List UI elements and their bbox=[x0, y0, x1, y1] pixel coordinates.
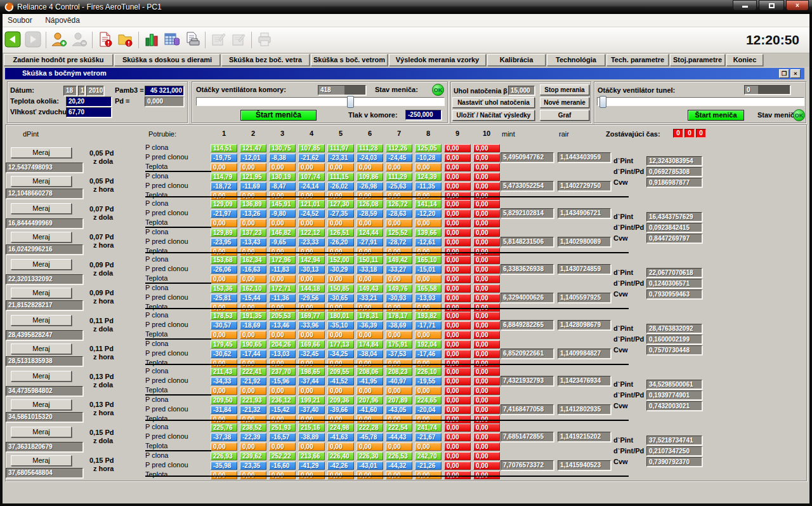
tab-zadanie-hodn-t-pre-sk-ku[interactable]: Zadanie hodnôt pre skúšku bbox=[4, 54, 113, 66]
user-add-icon[interactable] bbox=[49, 30, 69, 49]
data-cell: 149,42 bbox=[386, 256, 412, 264]
graf-button[interactable]: Graf bbox=[540, 110, 589, 121]
nastavit-uhol-button[interactable]: Nastaviť uhol natočenia bbox=[452, 97, 535, 108]
data-cell: 0,00 bbox=[357, 163, 383, 171]
data-cell: -27,35 bbox=[327, 210, 354, 218]
tab-sk-ka-bez-bo-vetra[interactable]: Skúška bez boč. vetra bbox=[221, 54, 310, 66]
column-header-7: 7 bbox=[386, 130, 412, 137]
data-cell: 0,00 bbox=[327, 219, 354, 227]
data-cell: 209,36 bbox=[327, 396, 354, 404]
tab-bar: Zadanie hodnôt pre skúškuSkúška s doskou… bbox=[3, 53, 809, 67]
tab-sk-ka-s-bo-vetrom[interactable]: Skúška s boč. vetrom bbox=[311, 54, 388, 66]
ulozit-nacitat-button[interactable]: Uložiť / Načítať výsledky bbox=[452, 110, 535, 121]
rair-value: 1,1430724859 bbox=[558, 264, 611, 274]
close-button[interactable]: × bbox=[786, 0, 809, 11]
chamber-rpm-label: Otáčky ventilátora komory: bbox=[196, 86, 286, 93]
data-cell: 153,36 bbox=[211, 284, 237, 293]
chamber-fan-slider[interactable] bbox=[196, 97, 445, 106]
meraj-button[interactable]: Meraj bbox=[11, 315, 72, 326]
close-icon[interactable]: × bbox=[790, 69, 801, 78]
meraj-button[interactable]: Meraj bbox=[11, 288, 72, 298]
remaining-time-digit: 0 bbox=[673, 129, 683, 138]
data-cell: 0,00 bbox=[473, 340, 500, 349]
tab-tech-parametre[interactable]: Tech. parametre bbox=[606, 54, 669, 66]
menu-napoveda[interactable]: Nápověda bbox=[40, 14, 85, 27]
data-cell: 0,00 bbox=[444, 173, 471, 181]
data-cell: -41,63 bbox=[327, 433, 354, 441]
report-print-icon[interactable] bbox=[183, 30, 202, 49]
minimize-button[interactable] bbox=[733, 0, 757, 11]
direction-label: z dola bbox=[93, 381, 113, 389]
menu-soubor[interactable]: Soubor bbox=[3, 14, 37, 27]
direction-label: z dola bbox=[93, 325, 113, 333]
data-cell: 145,91 bbox=[269, 200, 296, 208]
back-icon[interactable] bbox=[3, 30, 22, 49]
inner-window-title: Skúška s bočným vetrom bbox=[22, 69, 107, 77]
nove-meranie-button[interactable]: Nové meranie bbox=[540, 97, 589, 108]
column-header-8: 8 bbox=[415, 130, 442, 137]
folder-alert-icon[interactable] bbox=[116, 30, 135, 49]
row-label: P clona bbox=[145, 340, 169, 347]
data-cell: -28,59 bbox=[357, 210, 383, 218]
meraj-button[interactable]: Meraj bbox=[11, 203, 72, 214]
rair-value: 1,1409984827 bbox=[558, 349, 611, 359]
data-cell: 142,94 bbox=[298, 256, 325, 264]
mint-value: 5,8148231506 bbox=[501, 237, 554, 247]
data-cell: 238,52 bbox=[240, 423, 266, 432]
meraj-button[interactable]: Meraj bbox=[11, 343, 72, 354]
data-cell: -21,97 bbox=[211, 210, 237, 218]
tab-stoj-parametre[interactable]: Stoj.parametre bbox=[670, 54, 725, 66]
meraj-button[interactable]: Meraj bbox=[11, 259, 72, 270]
data-cell: 121,95 bbox=[240, 173, 266, 181]
chamber-start-button[interactable]: Štart meniča bbox=[240, 110, 317, 121]
data-cell: 0,00 bbox=[473, 265, 500, 274]
data-cell: -24,45 bbox=[386, 154, 412, 162]
data-cell: -13,26 bbox=[240, 210, 266, 218]
group-separator bbox=[145, 476, 629, 477]
data-cell: 126,08 bbox=[357, 200, 383, 208]
data-cell: 0,00 bbox=[473, 443, 500, 451]
data-cell: 125,05 bbox=[415, 144, 442, 152]
row-label: Teplota bbox=[145, 163, 167, 170]
tunnel-slider-thumb[interactable] bbox=[599, 96, 606, 108]
row-label: P clona bbox=[145, 199, 169, 207]
meraj-button[interactable]: Meraj bbox=[11, 455, 72, 466]
data-cell: 0,00 bbox=[444, 331, 471, 339]
meraj-button[interactable]: Meraj bbox=[11, 232, 72, 243]
pd-group-2: Meraj16,84444999690,07 Pdz dolaP clona12… bbox=[6, 197, 806, 253]
meraj-button[interactable]: Meraj bbox=[11, 147, 72, 158]
meraj-value: 37,3631820679 bbox=[6, 442, 83, 452]
data-cell: 0,00 bbox=[386, 275, 412, 283]
rair-value: 1,1419215202 bbox=[558, 432, 611, 442]
pd-level-label: 0,09 Pd bbox=[89, 289, 114, 296]
dpint-label: d`Pint bbox=[613, 436, 633, 444]
row-label: P pred clonou bbox=[145, 432, 188, 440]
data-cell: 0,00 bbox=[444, 423, 471, 432]
tab-koniec[interactable]: Koniec bbox=[726, 54, 763, 66]
bar-chart-icon[interactable] bbox=[142, 30, 161, 49]
meraj-button[interactable]: Meraj bbox=[11, 371, 72, 382]
data-cell: -26,20 bbox=[327, 238, 354, 246]
rair-value: 1,1423476934 bbox=[558, 376, 611, 386]
meraj-button[interactable]: Meraj bbox=[11, 176, 72, 187]
document-alert-icon[interactable] bbox=[96, 30, 115, 49]
data-cell: 0,00 bbox=[473, 200, 500, 208]
humidity-label: Vlhkosť zvduchu: bbox=[10, 108, 69, 116]
meraj-button[interactable]: Meraj bbox=[11, 399, 72, 410]
tab-technol-gia[interactable]: Technológia bbox=[547, 54, 605, 66]
stop-merania-button[interactable]: Stop merania bbox=[540, 84, 589, 95]
tunnel-fan-slider[interactable] bbox=[597, 97, 804, 106]
data-cell: 0,00 bbox=[357, 387, 383, 395]
meraj-button[interactable]: Meraj bbox=[11, 427, 72, 437]
tunnel-start-button[interactable]: Štart meniča bbox=[688, 110, 744, 121]
maximize-button[interactable] bbox=[759, 0, 784, 11]
tab-v-sledok-merania-vzorky[interactable]: Výsledok merania vzorky bbox=[389, 54, 486, 66]
data-cell: 242,70 bbox=[415, 452, 442, 460]
table-database-icon[interactable] bbox=[162, 30, 181, 49]
tab-sk-ka-s-doskou-s-dierami[interactable]: Skúška s doskou s dierami bbox=[114, 54, 220, 66]
data-cell: 146,82 bbox=[269, 229, 296, 237]
tab-kalibr-cia[interactable]: Kalibrácia bbox=[487, 54, 546, 66]
restore-icon[interactable]: ❒ bbox=[779, 69, 789, 78]
data-cell: 209,55 bbox=[327, 368, 354, 376]
chamber-slider-thumb[interactable] bbox=[347, 96, 354, 108]
